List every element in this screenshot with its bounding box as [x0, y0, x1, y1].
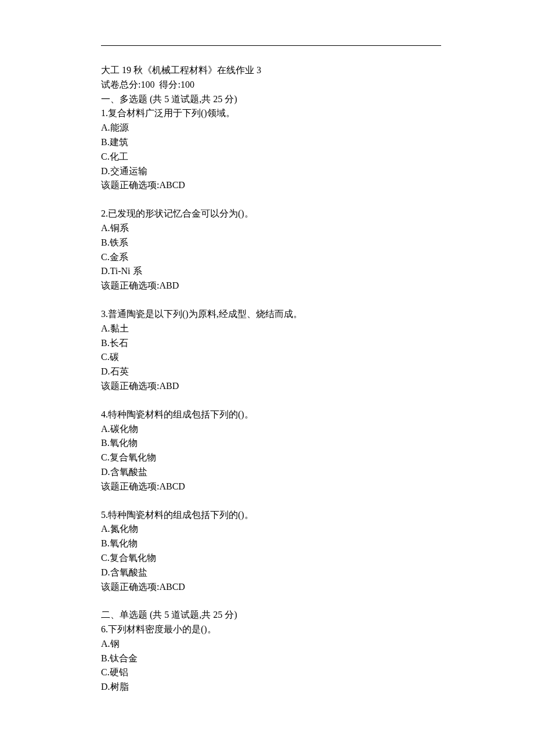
option-line: C.复合氧化物	[101, 451, 441, 465]
answer-label: 该题正确选项:	[101, 582, 159, 592]
answer-value: ABCD	[159, 582, 185, 592]
option-label: D	[101, 682, 108, 692]
option-line: B.氧化物	[101, 436, 441, 451]
option-line: C.化工	[101, 150, 441, 164]
answer-value: ABD	[159, 381, 179, 391]
option-text: 钛合金	[110, 653, 138, 663]
option-label: C	[101, 352, 107, 362]
option-label: C	[101, 252, 107, 262]
score-line: 试卷总分:100 得分:100	[101, 78, 441, 92]
option-label: D	[101, 366, 108, 376]
option-label: B	[101, 538, 107, 548]
blank-line	[101, 494, 441, 508]
option-text: 氧化物	[110, 438, 138, 448]
question-text: 已发现的形状记忆合金可以分为()。	[108, 208, 254, 218]
option-label: B	[101, 237, 107, 247]
question-text: 特种陶瓷材料的组成包括下列的()。	[108, 409, 254, 419]
answer-value: ABD	[159, 280, 179, 290]
option-text: 能源	[110, 123, 129, 132]
option-label: D	[101, 166, 108, 176]
answer-line: 该题正确选项:ABCD	[101, 480, 441, 494]
option-text: 含氧酸盐	[110, 467, 147, 477]
option-label: B	[101, 438, 107, 448]
horizontal-rule	[101, 45, 441, 46]
option-label: C	[101, 152, 107, 161]
answer-label: 该题正确选项:	[101, 481, 159, 491]
option-line: C.碳	[101, 350, 441, 365]
question-text: 普通陶瓷是以下列()为原料,经成型、烧结而成。	[108, 309, 302, 319]
option-text: 铜系	[110, 223, 129, 233]
answer-line: 该题正确选项:ABD	[101, 379, 441, 394]
option-line: D.交通运输	[101, 164, 441, 179]
option-line: A.钢	[101, 637, 441, 651]
option-text: 金系	[110, 252, 128, 262]
answer-value: ABCD	[159, 481, 185, 491]
option-line: A.黏土	[101, 322, 441, 336]
option-line: D.树脂	[101, 680, 441, 694]
option-text: 交通运输	[110, 166, 147, 176]
question-stem: 3.普通陶瓷是以下列()为原料,经成型、烧结而成。	[101, 307, 441, 322]
option-label: D	[101, 567, 108, 577]
option-text: 钢	[110, 639, 120, 649]
sections-container: 一、多选题 (共 5 道试题,共 25 分)1.复合材料广泛用于下列()领域。A…	[101, 92, 441, 694]
option-line: A.氮化物	[101, 522, 441, 537]
option-line: B.氧化物	[101, 537, 441, 551]
answer-line: 该题正确选项:ABCD	[101, 178, 441, 193]
option-text: 碳	[110, 352, 119, 362]
answer-label: 该题正确选项:	[101, 280, 159, 290]
option-line: D.含氧酸盐	[101, 566, 441, 580]
option-text: Ti-Ni 系	[110, 266, 142, 276]
question-stem: 1.复合材料广泛用于下列()领域。	[101, 106, 441, 121]
option-label: D	[101, 266, 108, 276]
option-text: 碳化物	[110, 424, 138, 434]
option-line: B.铁系	[101, 236, 441, 250]
option-text: 石英	[110, 366, 129, 376]
option-label: A	[101, 639, 108, 649]
option-label: A	[101, 223, 108, 233]
option-line: D.Ti-Ni 系	[101, 264, 441, 279]
document-title: 大工 19 秋《机械工程材料》在线作业 3	[101, 63, 441, 78]
blank-line	[101, 293, 441, 307]
option-label: B	[101, 653, 107, 663]
option-text: 含氧酸盐	[110, 567, 147, 577]
question-number: 6	[101, 624, 106, 634]
option-label: B	[101, 137, 107, 147]
option-text: 复合氧化物	[110, 452, 156, 462]
option-line: A.能源	[101, 121, 441, 135]
answer-label: 该题正确选项:	[101, 180, 159, 190]
question-number: 3	[101, 309, 106, 319]
option-text: 长石	[110, 338, 128, 348]
question-stem: 5.特种陶瓷材料的组成包括下列的()。	[101, 508, 441, 523]
option-label: C	[101, 553, 107, 563]
answer-line: 该题正确选项:ABD	[101, 279, 441, 293]
option-line: C.复合氧化物	[101, 551, 441, 566]
option-text: 氧化物	[110, 538, 138, 548]
option-label: B	[101, 338, 107, 348]
blank-line	[101, 394, 441, 408]
question-number: 5	[101, 510, 106, 520]
question-stem: 2.已发现的形状记忆合金可以分为()。	[101, 207, 441, 221]
option-text: 树脂	[110, 682, 129, 692]
option-label: A	[101, 524, 108, 534]
option-label: A	[101, 123, 108, 132]
option-text: 氮化物	[110, 524, 138, 534]
question-stem: 6.下列材料密度最小的是()。	[101, 622, 441, 637]
option-text: 复合氧化物	[110, 553, 156, 563]
option-text: 黏土	[110, 323, 129, 333]
option-line: A.铜系	[101, 221, 441, 236]
section-heading: 一、多选题 (共 5 道试题,共 25 分)	[101, 92, 441, 107]
option-label: A	[101, 424, 108, 434]
option-label: C	[101, 452, 107, 462]
section-heading: 二、单选题 (共 5 道试题,共 25 分)	[101, 608, 441, 622]
option-line: B.钛合金	[101, 651, 441, 666]
option-line: C.金系	[101, 250, 441, 265]
option-text: 硬铝	[110, 667, 128, 677]
option-line: D.石英	[101, 365, 441, 379]
question-number: 1	[101, 108, 106, 118]
blank-line	[101, 193, 441, 207]
answer-line: 该题正确选项:ABCD	[101, 580, 441, 595]
blank-line	[101, 594, 441, 608]
question-text: 复合材料广泛用于下列()领域。	[108, 108, 235, 118]
answer-label: 该题正确选项:	[101, 381, 159, 391]
option-line: B.建筑	[101, 135, 441, 150]
